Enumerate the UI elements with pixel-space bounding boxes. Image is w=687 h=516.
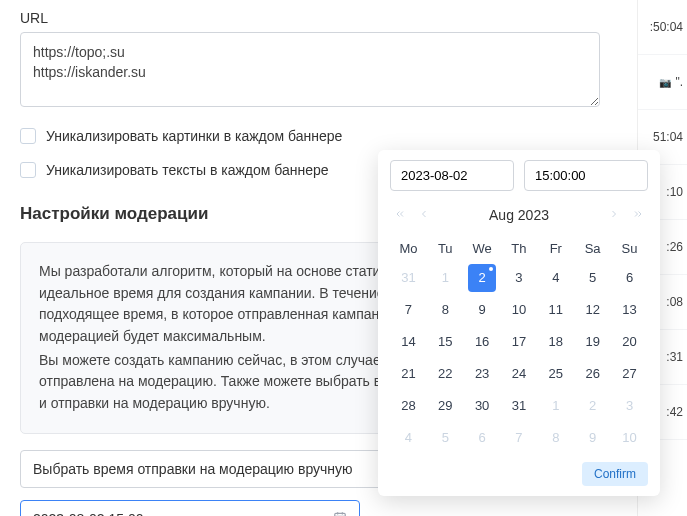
today-dot-icon bbox=[489, 267, 493, 271]
weekday-header: We bbox=[464, 235, 501, 262]
bg-time-text: :42 bbox=[666, 405, 683, 419]
date-picker-month-nav: Aug 2023 bbox=[390, 201, 648, 235]
unique-images-checkbox[interactable] bbox=[20, 128, 36, 144]
calendar-day[interactable]: 24 bbox=[505, 360, 533, 388]
calendar-day[interactable]: 1 bbox=[542, 392, 570, 420]
bg-time-text: :26 bbox=[666, 240, 683, 254]
calendar-day[interactable]: 22 bbox=[431, 360, 459, 388]
moderation-datetime-input[interactable]: 2023-08-02 15:00 bbox=[20, 500, 360, 516]
calendar-day[interactable]: 5 bbox=[431, 424, 459, 452]
calendar-day[interactable]: 10 bbox=[616, 424, 644, 452]
calendar-day[interactable]: 18 bbox=[542, 328, 570, 356]
bg-time-row: 📷". bbox=[638, 55, 687, 110]
date-picker-grid: MoTuWeThFrSaSu 3112345678910111213141516… bbox=[390, 235, 648, 454]
unique-texts-label: Уникализировать тексты в каждом баннере bbox=[46, 162, 329, 178]
calendar-day[interactable]: 30 bbox=[468, 392, 496, 420]
moderation-datetime-value: 2023-08-02 15:00 bbox=[33, 511, 144, 516]
calendar-day[interactable]: 8 bbox=[542, 424, 570, 452]
bg-time-text: :50:04 bbox=[650, 20, 683, 34]
date-picker-time-input[interactable] bbox=[524, 160, 648, 191]
weekday-header: Mo bbox=[390, 235, 427, 262]
calendar-day[interactable]: 8 bbox=[431, 296, 459, 324]
calendar-day[interactable]: 27 bbox=[616, 360, 644, 388]
calendar-day[interactable]: 10 bbox=[505, 296, 533, 324]
calendar-day[interactable]: 11 bbox=[542, 296, 570, 324]
bg-time-row: :50:04 bbox=[638, 0, 687, 55]
calendar-icon bbox=[333, 510, 347, 516]
calendar-day[interactable]: 9 bbox=[468, 296, 496, 324]
calendar-day[interactable]: 21 bbox=[394, 360, 422, 388]
date-picker-popover: Aug 2023 MoTuWeThFrSaSu 3112345678910111… bbox=[378, 150, 660, 496]
calendar-day[interactable]: 6 bbox=[616, 264, 644, 292]
calendar-day[interactable]: 25 bbox=[542, 360, 570, 388]
bg-time-text: 51:04 bbox=[653, 130, 683, 144]
calendar-day[interactable]: 4 bbox=[542, 264, 570, 292]
calendar-day[interactable]: 5 bbox=[579, 264, 607, 292]
calendar-day[interactable]: 17 bbox=[505, 328, 533, 356]
calendar-day[interactable]: 3 bbox=[616, 392, 644, 420]
weekday-header: Tu bbox=[427, 235, 464, 262]
calendar-day[interactable]: 19 bbox=[579, 328, 607, 356]
prev-month-icon[interactable] bbox=[416, 205, 432, 225]
moderation-mode-select-label: Выбрать время отправки на модерацию вруч… bbox=[33, 461, 353, 477]
calendar-day[interactable]: 26 bbox=[579, 360, 607, 388]
camera-icon: 📷 bbox=[659, 77, 673, 88]
unique-texts-checkbox[interactable] bbox=[20, 162, 36, 178]
calendar-day[interactable]: 14 bbox=[394, 328, 422, 356]
calendar-day[interactable]: 7 bbox=[505, 424, 533, 452]
calendar-day[interactable]: 29 bbox=[431, 392, 459, 420]
url-textarea[interactable] bbox=[20, 32, 600, 107]
calendar-day[interactable]: 16 bbox=[468, 328, 496, 356]
calendar-day[interactable]: 6 bbox=[468, 424, 496, 452]
calendar-day[interactable]: 9 bbox=[579, 424, 607, 452]
date-picker-date-input[interactable] bbox=[390, 160, 514, 191]
calendar-day[interactable]: 15 bbox=[431, 328, 459, 356]
unique-images-label: Уникализировать картинки в каждом баннер… bbox=[46, 128, 342, 144]
weekday-header: Sa bbox=[574, 235, 611, 262]
next-year-icon[interactable] bbox=[630, 205, 646, 225]
calendar-day[interactable]: 31 bbox=[505, 392, 533, 420]
bg-time-text: :31 bbox=[666, 350, 683, 364]
calendar-day[interactable]: 4 bbox=[394, 424, 422, 452]
bg-time-text: :10 bbox=[666, 185, 683, 199]
calendar-day[interactable]: 12 bbox=[579, 296, 607, 324]
bg-time-text: :08 bbox=[666, 295, 683, 309]
weekday-header: Fr bbox=[537, 235, 574, 262]
prev-year-icon[interactable] bbox=[392, 205, 408, 225]
calendar-day[interactable]: 2 bbox=[579, 392, 607, 420]
calendar-day[interactable]: 3 bbox=[505, 264, 533, 292]
calendar-day[interactable]: 1 bbox=[431, 264, 459, 292]
weekday-header: Th bbox=[501, 235, 538, 262]
next-month-icon[interactable] bbox=[606, 205, 622, 225]
calendar-day[interactable]: 28 bbox=[394, 392, 422, 420]
calendar-day[interactable]: 23 bbox=[468, 360, 496, 388]
calendar-day[interactable]: 13 bbox=[616, 296, 644, 324]
weekday-header: Su bbox=[611, 235, 648, 262]
bg-time-text: ". bbox=[675, 75, 683, 89]
calendar-day[interactable]: 20 bbox=[616, 328, 644, 356]
date-picker-month-label: Aug 2023 bbox=[489, 207, 549, 223]
calendar-day[interactable]: 31 bbox=[394, 264, 422, 292]
calendar-day[interactable]: 7 bbox=[394, 296, 422, 324]
calendar-day[interactable]: 2 bbox=[468, 264, 496, 292]
date-picker-confirm-button[interactable]: Confirm bbox=[582, 462, 648, 486]
url-label: URL bbox=[20, 10, 600, 26]
